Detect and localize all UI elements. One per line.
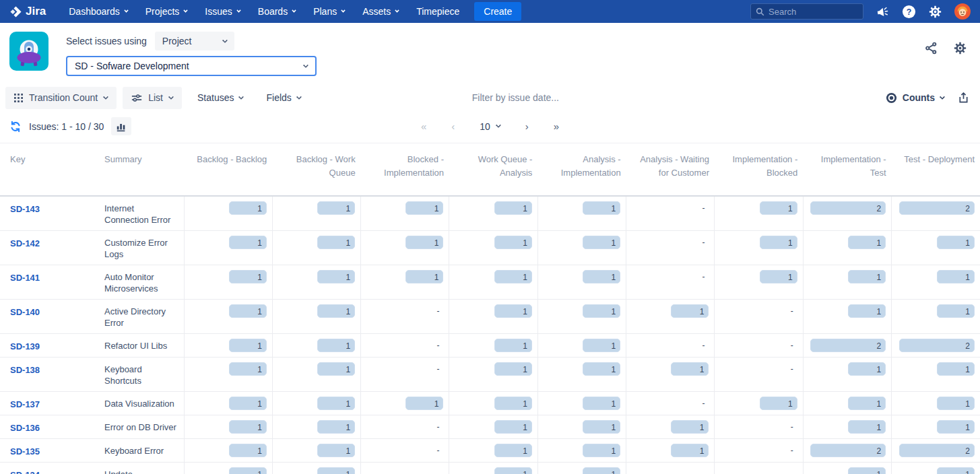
- issue-key-link[interactable]: SD-138: [10, 365, 40, 375]
- count-badge: 2: [899, 339, 975, 352]
- pagination-next-button[interactable]: ›: [525, 121, 529, 132]
- issue-summary: Customize Error Logs: [94, 231, 184, 265]
- count-badge: 1: [848, 420, 886, 434]
- table-body: SD-143Internet Connection Error11111-122…: [0, 196, 980, 474]
- count-badge: 1: [583, 467, 620, 474]
- count-cell: 1: [892, 415, 980, 439]
- empty-count: -: [791, 469, 793, 474]
- count-badge: 1: [583, 397, 620, 410]
- settings-icon[interactable]: [929, 5, 942, 18]
- count-cell: 1: [449, 392, 537, 415]
- nav-item-dashboards[interactable]: Dashboards: [69, 6, 128, 17]
- empty-count: -: [436, 306, 439, 316]
- count-cell: 1: [537, 358, 626, 392]
- toolbar: Transition Count List Statuses Fields Co…: [0, 84, 980, 111]
- chart-view-button[interactable]: [111, 117, 131, 135]
- nav-item-assets[interactable]: Assets: [362, 6, 399, 17]
- report-type-dropdown[interactable]: Transition Count: [5, 87, 117, 109]
- count-cell: 1: [892, 265, 980, 300]
- count-badge: 1: [583, 304, 620, 318]
- count-cell: 1: [449, 231, 537, 265]
- count-badge: 1: [583, 362, 620, 376]
- avatar[interactable]: [954, 3, 971, 20]
- count-cell: -: [626, 392, 715, 415]
- view-mode-dropdown[interactable]: List: [123, 87, 182, 109]
- report-settings-gear-icon[interactable]: [954, 42, 967, 55]
- column-header-analysis-waiting-for-customer[interactable]: Analysis - Waiting for Customer: [626, 143, 715, 196]
- main-menu: DashboardsProjectsIssuesBoardsPlansAsset…: [69, 6, 459, 17]
- table-row: SD-137Data Visualization11111-111: [0, 392, 980, 415]
- pagination-first-button[interactable]: «: [421, 121, 426, 132]
- nav-item-plans[interactable]: Plans: [313, 6, 345, 17]
- fields-dropdown[interactable]: Fields: [257, 87, 310, 109]
- column-header-test-deployment[interactable]: Test - Deployment: [892, 143, 980, 196]
- project-select[interactable]: SD - Sofware Development: [66, 56, 317, 76]
- empty-count: -: [436, 341, 439, 350]
- chevron-down-icon: [236, 8, 241, 13]
- nav-item-issues[interactable]: Issues: [205, 6, 240, 17]
- pagination-last-button[interactable]: »: [554, 121, 559, 132]
- empty-count: -: [436, 469, 439, 474]
- nav-item-label: Projects: [145, 6, 180, 17]
- pagination: « ‹ 10 › »: [421, 121, 559, 132]
- issue-key-link[interactable]: SD-134: [10, 470, 40, 474]
- column-header-blocked-implementation[interactable]: Blocked - Implementation: [361, 143, 449, 196]
- create-button[interactable]: Create: [474, 2, 521, 21]
- column-header-implementation-test[interactable]: Implementation - Test: [803, 143, 891, 196]
- search-box[interactable]: [750, 3, 863, 20]
- pagination-prev-button[interactable]: ‹: [451, 121, 455, 132]
- bar-chart-icon: [116, 121, 127, 132]
- issue-key-link[interactable]: SD-142: [10, 238, 40, 248]
- issue-key-link[interactable]: SD-136: [10, 423, 40, 433]
- count-cell: 1: [361, 231, 449, 265]
- top-nav: Jira DashboardsProjectsIssuesBoardsPlans…: [0, 0, 980, 23]
- count-cell: 1: [361, 196, 449, 231]
- issue-key-link[interactable]: SD-143: [10, 204, 40, 214]
- share-icon[interactable]: [925, 42, 938, 55]
- count-badge: 1: [494, 444, 532, 457]
- svg-text:?: ?: [907, 7, 912, 16]
- export-button[interactable]: [958, 92, 969, 104]
- column-header-key[interactable]: Key: [0, 143, 94, 196]
- issue-key-link[interactable]: SD-140: [10, 307, 40, 317]
- search-input[interactable]: [769, 7, 858, 17]
- empty-count: -: [791, 446, 793, 455]
- nav-right: ?: [750, 3, 971, 20]
- count-cell: 1: [361, 392, 449, 415]
- column-header-backlog-work-queue[interactable]: Backlog - Work Queue: [272, 143, 360, 196]
- chevron-down-icon: [940, 94, 945, 99]
- help-icon[interactable]: ?: [902, 5, 916, 19]
- count-cell: 1: [272, 358, 360, 392]
- count-badge: 1: [229, 236, 267, 249]
- issue-key-cell: SD-137: [0, 392, 94, 415]
- page-size-select[interactable]: 10: [480, 121, 500, 132]
- feedback-megaphone-icon[interactable]: [876, 5, 890, 18]
- refresh-icon: [9, 121, 22, 133]
- issue-summary: Update Dashboard Data: [94, 463, 184, 474]
- count-cell: -: [626, 231, 715, 265]
- column-header-implementation-blocked[interactable]: Implementation - Blocked: [715, 143, 803, 196]
- refresh-button[interactable]: [9, 121, 22, 133]
- issue-key-link[interactable]: SD-139: [10, 341, 40, 351]
- column-header-work-queue-analysis[interactable]: Work Queue - Analysis: [449, 143, 537, 196]
- chevron-down-icon: [303, 62, 308, 67]
- issue-source-dropdown[interactable]: Project: [155, 32, 234, 50]
- count-badge: 1: [671, 420, 709, 434]
- issue-summary: Internet Connection Error: [94, 196, 184, 231]
- nav-item-boards[interactable]: Boards: [258, 6, 296, 17]
- count-cell: 1: [537, 231, 626, 265]
- column-header-analysis-implementation[interactable]: Analysis - Implementation: [537, 143, 626, 196]
- issue-date-filter-input[interactable]: [472, 92, 728, 103]
- column-header-backlog-backlog[interactable]: Backlog - Backlog: [184, 143, 272, 196]
- issue-key-link[interactable]: SD-141: [10, 273, 40, 283]
- statuses-dropdown[interactable]: Statuses: [188, 87, 253, 109]
- column-header-summary[interactable]: Summary: [94, 143, 184, 196]
- display-mode-dropdown[interactable]: Counts: [886, 92, 944, 104]
- statuses-label: Statuses: [197, 92, 234, 103]
- jira-logo[interactable]: Jira: [9, 5, 46, 18]
- nav-item-projects[interactable]: Projects: [145, 6, 188, 17]
- count-cell: -: [715, 463, 803, 474]
- issue-key-link[interactable]: SD-135: [10, 446, 40, 456]
- issue-key-link[interactable]: SD-137: [10, 399, 40, 409]
- nav-item-timepiece[interactable]: Timepiece: [416, 6, 459, 17]
